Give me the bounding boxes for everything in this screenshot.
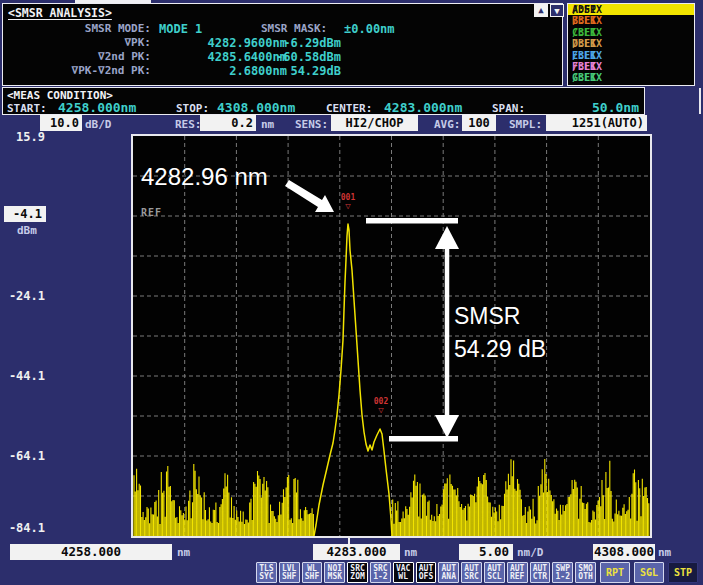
- ref-line-text: REF: [141, 207, 162, 218]
- peak-pointer-arrow-icon: [285, 180, 334, 212]
- x-scale-value[interactable]: 5.00: [459, 544, 513, 560]
- repeat-sweep-key[interactable]: RPT: [600, 562, 630, 583]
- osa-screen: <SMSR ANALYSIS> SMSR MODE: MODE 1 SMSR M…: [0, 0, 703, 585]
- y-axis-unit: dBm: [17, 224, 37, 237]
- trace-status-row[interactable]: G:FIX/BLK: [568, 72, 694, 83]
- single-sweep-key[interactable]: SGL: [634, 562, 664, 583]
- smsr-mode-label: SMSR MODE:: [5, 22, 151, 35]
- smpl-value[interactable]: 1251(AUTO): [546, 115, 647, 131]
- marker-001: 001 ▽: [335, 194, 361, 211]
- peak-wavelength-annotation: 4282.96 nm: [141, 163, 268, 191]
- center-label: CENTER:: [326, 102, 372, 115]
- trace-display-mode: /BLK: [572, 72, 596, 84]
- softkey-vac-wl[interactable]: VACWL: [393, 562, 414, 583]
- x-start-unit: nm: [177, 546, 190, 559]
- scroll-down-icon[interactable]: ▼: [550, 4, 564, 17]
- stop-value: 4308.000nm: [217, 100, 295, 115]
- start-label: START:: [7, 102, 47, 115]
- y-label-2: -24.1: [5, 289, 45, 303]
- center-value: 4283.000nm: [384, 100, 462, 115]
- trace-display-mode: /BLK: [572, 15, 596, 27]
- main-peak-trace: [314, 224, 392, 536]
- softkey-noi-msk[interactable]: NOIMSK: [324, 562, 345, 583]
- x-start-value[interactable]: 4258.000: [10, 544, 172, 560]
- x-center-value[interactable]: 4283.000: [313, 544, 400, 560]
- x-scale-unit: nm/D: [517, 546, 544, 559]
- x-stop-value[interactable]: 4308.000: [593, 544, 655, 560]
- y-label-3: -44.1: [5, 369, 45, 383]
- smsr-panel-title: <SMSR ANALYSIS>: [8, 6, 112, 20]
- trace-display-mode: /DSP: [572, 4, 596, 16]
- marker-002: 002 ▽: [368, 398, 394, 415]
- softkey-bar: TLSSYCLVLSHFWLSHFNOIMSKSRCZOMSRC1-2VACWL…: [256, 562, 596, 583]
- start-value: 4258.000nm: [58, 100, 136, 115]
- avg-value[interactable]: 100: [462, 115, 496, 131]
- softkey-wl-shf[interactable]: WLSHF: [302, 562, 323, 583]
- db-per-div-value[interactable]: 10.0: [40, 115, 82, 131]
- smsr-annotation-line1: SMSR: [454, 303, 520, 330]
- stop-label: STOP:: [176, 102, 209, 115]
- trace-status-row[interactable]: E:FIX/BLK: [568, 50, 694, 61]
- softkey-tls-syc[interactable]: TLSSYC: [256, 562, 277, 583]
- peak-diff-level: 54.29dB: [273, 64, 341, 78]
- peak-label: ∇PK:: [5, 36, 151, 49]
- trace-display-mode: /BLK: [572, 61, 596, 73]
- softkey-swp-1-2[interactable]: SWP1-2: [552, 562, 573, 583]
- second-peak-wavelength: 4285.6400nm: [153, 50, 287, 64]
- peak-diff-label: ∇PK-∇2nd PK:: [5, 64, 151, 77]
- span-value: 50.0nm: [559, 100, 639, 115]
- smsr-analysis-panel: <SMSR ANALYSIS> SMSR MODE: MODE 1 SMSR M…: [2, 3, 563, 86]
- second-peak-level: -60.58dBm: [273, 50, 341, 64]
- trace-status-row[interactable]: D:FIX/BLK: [568, 38, 694, 49]
- sens-label: SENS:: [295, 118, 328, 131]
- res-value[interactable]: 0.2: [200, 115, 256, 131]
- span-label: SPAN:: [492, 102, 525, 115]
- spectrum-plot: REF 001 ▽ 002 ▽ 4282.96 nm SMSR 54.29 dB: [131, 134, 652, 538]
- db-per-div-label: dB/D: [85, 118, 112, 131]
- smsr-mask-label: SMSR MASK:: [261, 22, 327, 35]
- trace-status-row[interactable]: C:FIX/BLK: [568, 27, 694, 38]
- softkey-src-1-2[interactable]: SRC1-2: [370, 562, 391, 583]
- softkey-lvl-shf[interactable]: LVLSHF: [279, 562, 300, 583]
- trace-display-mode: /BLK: [572, 50, 596, 62]
- softkey-aut-src[interactable]: AUTSRC: [461, 562, 482, 583]
- y-label-5: -84.1: [5, 521, 45, 535]
- ref-level-box[interactable]: -4.1: [4, 206, 46, 222]
- peak-diff-wavelength: 2.6800nm: [153, 64, 287, 78]
- trace-status-row[interactable]: B:FIX/BLK: [568, 15, 694, 26]
- meas-panel-edge: [699, 88, 701, 114]
- smsr-mode-value: MODE 1: [159, 22, 202, 36]
- spectrum-trace-svg: [133, 136, 650, 536]
- softkey-aut-ana[interactable]: AUTANA: [438, 562, 459, 583]
- stop-sweep-key[interactable]: STP: [668, 562, 698, 583]
- x-stop-unit: nm: [658, 546, 671, 559]
- meas-condition-panel: <MEAS CONDITION> START: 4258.000nm STOP:…: [2, 87, 645, 115]
- y-label-top: 15.9: [5, 130, 45, 144]
- peak-level: -6.29dBm: [273, 36, 341, 50]
- y-label-4: -64.1: [5, 449, 45, 463]
- avg-label: AVG:: [434, 118, 461, 131]
- second-peak-label: ∇2nd PK:: [5, 50, 151, 63]
- softkey-aut-ofs[interactable]: AUTOFS: [416, 562, 437, 583]
- trace-status-panel: A:FIX/DSPB:FIX/BLKC:FIX/BLKD:FIX/BLKE:FI…: [567, 3, 695, 86]
- scroll-up-icon[interactable]: ▲: [534, 4, 548, 17]
- softkey-smo-oth[interactable]: SMOOTH: [575, 562, 596, 583]
- softkey-aut-ref[interactable]: AUTREF: [507, 562, 528, 583]
- trace-display-mode: /BLK: [572, 27, 596, 39]
- trace-display-mode: /BLK: [572, 38, 596, 50]
- softkey-aut-scl[interactable]: AUTSCL: [484, 562, 505, 583]
- softkey-src-zom[interactable]: SRCZOM: [347, 562, 368, 583]
- softkey-aut-ctr[interactable]: AUTCTR: [530, 562, 551, 583]
- trace-status-row[interactable]: F:FIX/BLK: [568, 61, 694, 72]
- sens-value[interactable]: HI2/CHOP: [331, 115, 418, 131]
- res-unit: nm: [261, 118, 274, 131]
- res-label: RES:: [175, 118, 202, 131]
- gridlines: [133, 136, 650, 536]
- marker-001-triangle-icon: ▽: [335, 202, 361, 211]
- marker-002-triangle-icon: ▽: [368, 406, 394, 415]
- peak-wavelength: 4282.9600nm: [153, 36, 287, 50]
- trace-status-row[interactable]: A:FIX/DSP: [568, 4, 694, 15]
- smsr-annotation-line2: 54.29 dB: [454, 336, 546, 363]
- smsr-arrowhead-down-icon: [435, 415, 459, 438]
- peak-level-bar: [366, 218, 458, 224]
